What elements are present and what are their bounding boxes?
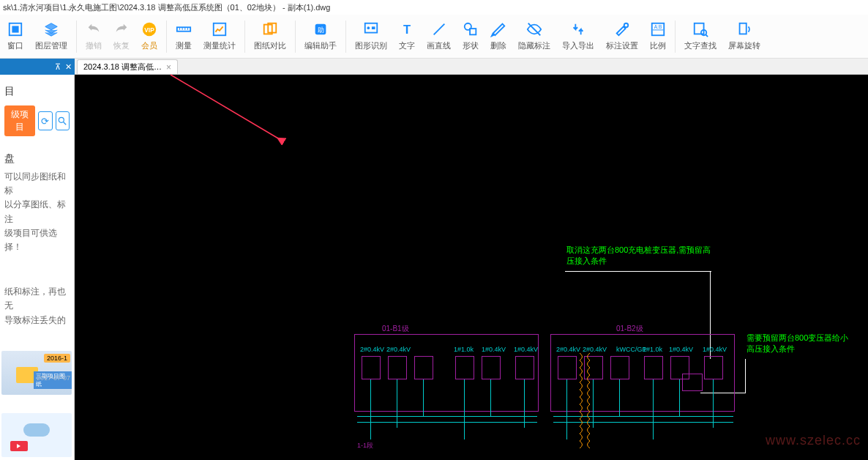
svg-point-15 [367, 26, 370, 29]
svg-line-28 [706, 34, 708, 37]
screen-rotate-button[interactable]: 屏幕旋转 [722, 16, 766, 57]
main-toolbar: 窗口 图层管理 撤销 恢复 VIP 会员 测量 测量统计 图纸对比 助 编辑助手… [0, 15, 868, 59]
shape-button[interactable]: 形状 [457, 16, 484, 57]
close-panel-icon[interactable]: ✕ [65, 62, 72, 72]
block-label-right: 01-B2级 [616, 324, 643, 334]
svg-text:A:B: A:B [654, 24, 662, 29]
text-button[interactable]: T 文字 [393, 16, 421, 57]
document-tab-bar: 2024.3.18 调整高低… × [0, 59, 868, 75]
block-label-left: 01-B1级 [382, 324, 409, 334]
panel-text-2: 纸和标注，再也无 导致标注丢失的 [0, 281, 74, 332]
drawing-note-1: 取消这充两台800充电桩变压器,需预留高 压接入条件 [566, 245, 711, 267]
svg-rect-16 [372, 26, 375, 29]
tab-close-icon[interactable]: × [166, 62, 171, 73]
transformer-symbol [578, 353, 591, 448]
measure-stat-button[interactable]: 测量统计 [198, 16, 242, 57]
drawing-canvas[interactable]: 取消这充两台800充电桩变压器,需预留高 压接入条件 需要预留两台800变压器给… [75, 75, 868, 460]
compare-button[interactable]: 图纸对比 [248, 16, 292, 57]
import-export-button[interactable]: 导入导出 [556, 16, 600, 57]
svg-text:VIP: VIP [144, 27, 154, 34]
svg-rect-29 [740, 23, 747, 34]
shape-recog-button[interactable]: 图形识别 [349, 16, 393, 57]
redo-button[interactable]: 恢复 [108, 16, 135, 57]
search-icon[interactable] [56, 111, 70, 130]
svg-point-22 [624, 23, 629, 28]
edit-helper-button[interactable]: 助 编辑助手 [299, 16, 343, 57]
svg-rect-14 [365, 23, 378, 33]
scale-button[interactable]: A:B 比例 [644, 16, 672, 57]
svg-point-30 [59, 117, 64, 122]
vip-button[interactable]: VIP 会员 [135, 16, 163, 57]
svg-rect-9 [214, 23, 226, 36]
svg-rect-1 [12, 26, 18, 32]
measure-button[interactable]: 测量 [170, 16, 198, 57]
svg-rect-26 [695, 23, 704, 34]
draw-line-button[interactable]: 画直线 [421, 16, 457, 57]
svg-line-31 [64, 122, 67, 125]
side-panel: 目 级项目 ⟳ 盘 可以同步图纸和标 以分享图纸、标注 级项目可供选择！ 纸和标… [0, 75, 75, 460]
undo-button[interactable]: 撤销 [80, 16, 108, 57]
hide-annot-button[interactable]: 隐藏标注 [512, 16, 556, 57]
cloud-promo[interactable] [1, 413, 72, 457]
layer-button[interactable]: 图层管理 [29, 16, 73, 57]
watermark: www.szelec.cc [766, 433, 861, 448]
panel-title: 目 [0, 75, 74, 103]
svg-rect-20 [470, 29, 476, 34]
refresh-icon[interactable]: ⟳ [38, 111, 52, 130]
window-title: sk\1.清水河项目\1.永久电施工图\2024.3.18 调整高低压系统图（0… [0, 0, 868, 15]
upgrade-button[interactable]: 级项目 [4, 105, 35, 136]
svg-text:T: T [403, 23, 411, 36]
panel-header: ⊼ ✕ [0, 59, 75, 75]
drawing-note-2: 需要预留两台800变压器给小 高压接入条件 [747, 333, 848, 355]
panel-description: 可以同步图纸和标 以分享图纸、标注 级项目可供选择！ [0, 166, 74, 259]
promo-card[interactable]: 2016-1 三期项目图纸 2017-07-07 [0, 346, 74, 395]
document-tab[interactable]: 2024.3.18 调整高低… × [77, 59, 178, 74]
annot-settings-button[interactable]: 标注设置 [600, 16, 644, 57]
pin-icon[interactable]: ⊼ [55, 62, 61, 72]
delete-button[interactable]: 删除 [484, 16, 512, 57]
svg-rect-4 [177, 27, 190, 31]
svg-line-18 [433, 24, 444, 35]
window-button[interactable]: 窗口 [1, 16, 29, 57]
text-search-button[interactable]: 文字查找 [678, 16, 722, 57]
svg-text:助: 助 [318, 26, 324, 34]
panel-subtitle: 盘 [0, 152, 74, 166]
